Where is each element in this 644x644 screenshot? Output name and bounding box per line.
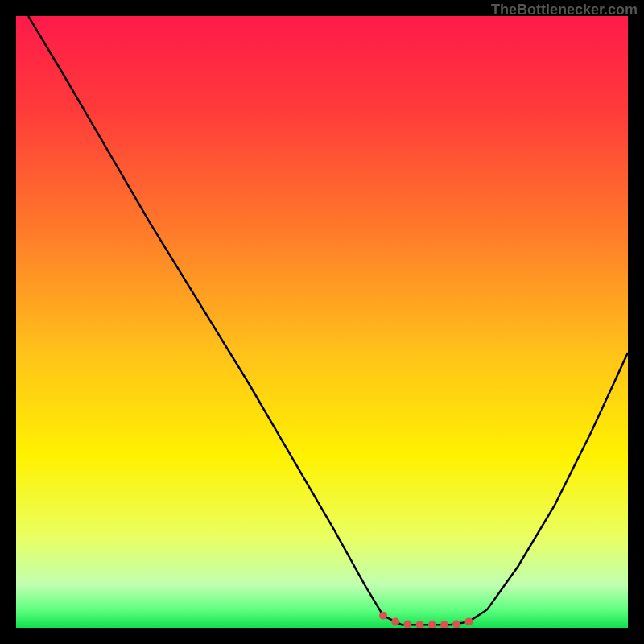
svg-point-3 [403,620,411,628]
svg-point-6 [440,621,448,628]
svg-point-8 [464,617,473,625]
bottleneck-curve [28,16,628,625]
watermark-text: TheBottlenecker.com [491,2,638,19]
svg-point-2 [391,617,399,625]
svg-point-5 [428,621,436,628]
svg-point-1 [379,612,387,620]
svg-point-7 [452,620,460,628]
chart-curve-layer [16,16,628,628]
chart-plot-area [16,16,628,628]
svg-point-4 [416,621,424,628]
